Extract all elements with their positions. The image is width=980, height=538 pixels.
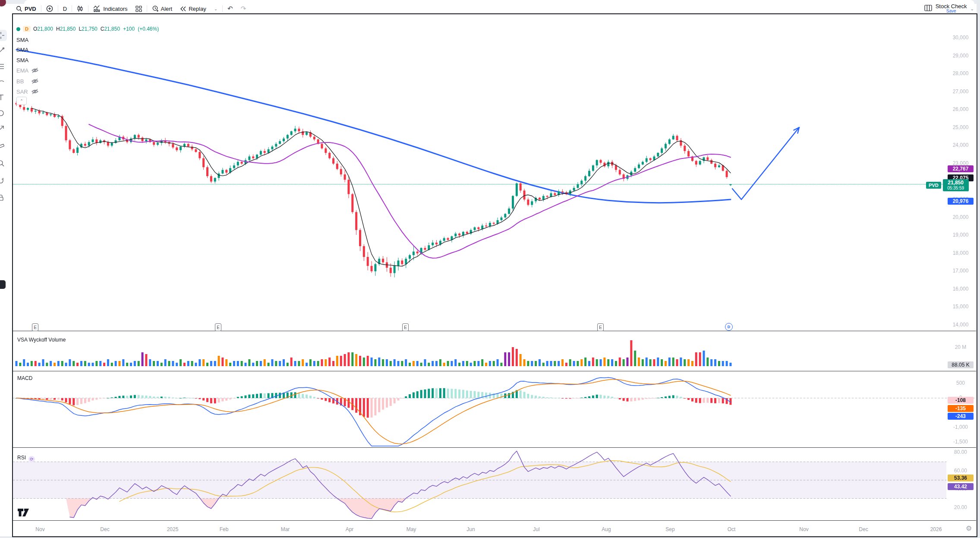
low-value: 21,750 (82, 26, 98, 32)
top-toolbar: PVD D Indicators Alert Replay ⌄ ↶ ↷ Stoc… (12, 4, 980, 14)
indicators-label: Indicators (103, 6, 127, 12)
time-axis-label: Feb (220, 526, 229, 532)
panels-layout-icon[interactable] (924, 5, 932, 13)
trend-line-tool-icon[interactable] (0, 47, 5, 55)
plus-circle-icon (46, 5, 53, 12)
right-edge-strip (977, 0, 980, 538)
cursor-tool-icon[interactable] (0, 32, 5, 39)
toolbar-separator (41, 5, 41, 12)
price-tick: 14,000 (948, 322, 974, 328)
earnings-badge[interactable]: E (402, 323, 409, 331)
interval-change-badge[interactable]: D (725, 323, 733, 331)
high-label: H (56, 26, 60, 32)
indicators-button[interactable]: Indicators (89, 4, 131, 13)
indicator-row-sar[interactable]: SAR (16, 88, 39, 95)
indicator-row-sma3[interactable]: SMA (16, 56, 28, 64)
eye-off-icon[interactable] (31, 67, 39, 73)
arrow-tool-icon[interactable] (0, 125, 5, 133)
rsi-pane-title[interactable]: RSI⟳ (17, 455, 35, 462)
lock-tool-icon[interactable] (0, 194, 5, 202)
time-axis-label: 2025 (167, 526, 179, 532)
undo-button[interactable]: ↶ (224, 4, 237, 13)
price-tick: 25,000 (948, 124, 974, 130)
high-value: 21,850 (60, 26, 76, 32)
indicators-icon (93, 5, 101, 12)
indicator-row-sma1[interactable]: SMA (16, 36, 28, 44)
ohlc-legend-row[interactable]: D O21,800 H21,850 L21,750 C21,850 +100 (… (16, 25, 159, 33)
series-dot-icon (16, 27, 20, 31)
compare-add-button[interactable] (42, 4, 57, 13)
change-pct-value: (+0.46%) (138, 26, 159, 32)
macd-pane-title[interactable]: MACD (17, 375, 32, 381)
earnings-badge[interactable]: E (597, 323, 604, 331)
volume-value-label: 88.05 K (948, 361, 974, 368)
chart-style-button[interactable] (73, 4, 87, 13)
last-price-chip: 21,850 05:35:59 (943, 179, 969, 191)
templates-button[interactable] (132, 4, 146, 13)
volume-pane-title[interactable]: VSA Wyckoff Volume (17, 337, 66, 343)
brush-tool-icon[interactable] (0, 78, 5, 86)
price-tick: 20,000 (948, 214, 974, 220)
rsi-refresh-icon[interactable]: ⟳ (28, 456, 35, 462)
shapes-tool-icon[interactable] (0, 109, 5, 117)
fib-tool-icon[interactable] (0, 63, 5, 70)
magnet-tool-icon[interactable] (0, 177, 5, 184)
price-tick: 18,000 (948, 250, 974, 256)
layout-name-button[interactable]: Stock Check Save (936, 4, 967, 13)
price-tick: 17,000 (948, 268, 974, 274)
layout-chevron-down-icon[interactable]: ⌄ (971, 6, 974, 11)
rewind-icon (180, 6, 186, 12)
symbol-search-button[interactable]: PVD (12, 4, 40, 13)
app-tab-surface (24, 0, 974, 4)
macd-tick: -1,000 (948, 424, 974, 430)
drawing-toolbar (0, 13, 12, 538)
alert-label: Alert (161, 6, 173, 12)
text-tool-icon[interactable] (0, 94, 5, 101)
toolbar-separator (222, 5, 223, 12)
alert-button[interactable]: Alert (148, 4, 176, 13)
time-axis-label: Apr (346, 526, 354, 532)
time-axis-label: Dec (859, 526, 868, 532)
indicator-row-bb[interactable]: BB (16, 77, 39, 85)
ohlc-values: O21,800 H21,850 L21,750 C21,850 +100 (+0… (33, 26, 159, 32)
redo-button[interactable]: ↷ (237, 4, 250, 13)
macd-tick: 500 (948, 380, 974, 386)
indicator-row-sma2[interactable]: SMA (16, 46, 28, 54)
time-axis-label: Sep (665, 526, 674, 532)
volume-tick: 20 M (948, 344, 974, 350)
time-axis[interactable]: NovDec2025FebMarAprMayJunJulAugSepOctNov… (13, 521, 976, 535)
legend-collapse-button[interactable]: ⌃ (16, 97, 27, 105)
eye-off-icon[interactable] (31, 89, 39, 95)
gear-icon[interactable]: ⚙ (966, 524, 972, 532)
chart-canvas[interactable] (13, 14, 976, 521)
measure-tool-icon[interactable] (0, 142, 5, 150)
layout-name: Stock Check (936, 4, 967, 9)
replay-button[interactable]: Replay (176, 4, 210, 13)
time-axis-label: Nov (35, 526, 44, 532)
toolbar-expand-chevron[interactable]: ⌄ (210, 4, 221, 13)
close-value: 21,850 (104, 26, 120, 32)
price-tick: 26,000 (948, 106, 974, 112)
layout-save-link[interactable]: Save (946, 9, 956, 13)
earnings-badge[interactable]: E (215, 323, 221, 331)
change-value: +100 (123, 26, 135, 32)
interval-badge: D (23, 26, 31, 32)
grid-layout-icon (135, 6, 142, 12)
tradingview-logo[interactable] (17, 508, 30, 519)
open-label: O (33, 26, 37, 32)
rsi-tick: 80.00 (948, 449, 974, 455)
symbol-label: PVD (25, 6, 36, 12)
price-tick: 16,000 (948, 286, 974, 292)
sidebar-bottom-tool[interactable] (0, 280, 6, 289)
interval-button[interactable]: D (59, 4, 71, 13)
user-avatar[interactable] (0, 0, 6, 6)
zoom-tool-icon[interactable] (0, 159, 5, 167)
last-price-label-group: PVD 21,850 05:35:59 (926, 179, 969, 191)
search-icon (16, 6, 22, 12)
indicator-label: SMA (16, 57, 28, 63)
eye-off-icon[interactable] (31, 78, 39, 84)
indicator-row-ema[interactable]: EMA (16, 66, 39, 74)
time-axis-label: Jun (466, 526, 475, 532)
time-axis-label: 2026 (930, 526, 942, 532)
earnings-badge[interactable]: E (32, 323, 38, 331)
